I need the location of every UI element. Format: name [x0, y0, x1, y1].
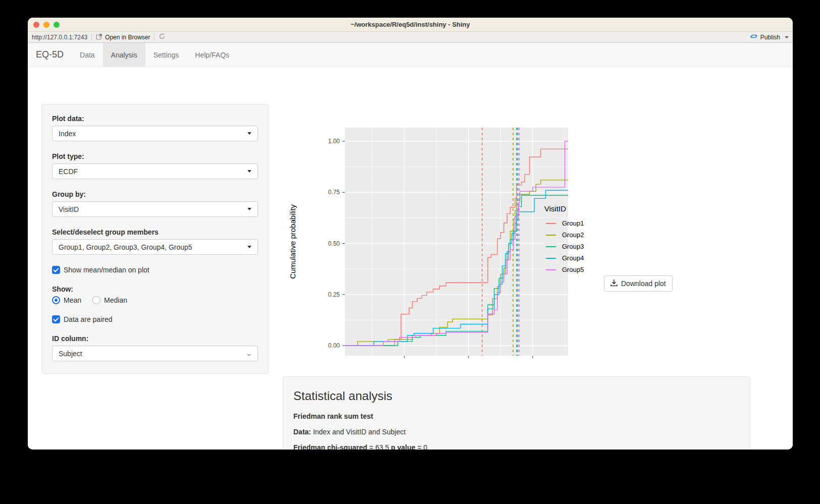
- checkbox-checked-icon: [52, 266, 60, 274]
- statistical-analysis-panel: Statistical analysis Friedman rank sum t…: [283, 376, 750, 450]
- tab-help-faqs[interactable]: Help/FAQs: [187, 43, 237, 67]
- toolbar-divider: [91, 34, 92, 41]
- open-in-browser-icon: [96, 33, 102, 41]
- radio-median[interactable]: Median: [92, 296, 127, 304]
- group-by-select[interactable]: VisitID: [52, 201, 258, 217]
- refresh-icon[interactable]: [159, 33, 166, 41]
- id-column-select[interactable]: Subject ⌄: [52, 346, 258, 361]
- radio-unselected-icon: [92, 296, 100, 304]
- group-members-select[interactable]: Group1, Group2, Group3, Group4, Group5: [52, 239, 258, 255]
- dropdown-caret-icon: [247, 132, 251, 135]
- legend-key-swatch: [544, 230, 557, 240]
- svg-text:0.50: 0.50: [328, 240, 340, 247]
- download-icon: [610, 279, 618, 288]
- publish-icon: [750, 33, 758, 41]
- legend-item-group1: Group1: [544, 218, 584, 229]
- plot-type-select[interactable]: ECDF: [52, 163, 258, 179]
- url-text: http://127.0.0.1:7243: [32, 34, 87, 41]
- plot-data-label: Plot data:: [52, 115, 258, 123]
- download-plot-button[interactable]: Download plot: [604, 275, 673, 292]
- publish-menu-caret-icon: [785, 36, 789, 38]
- dropdown-caret-icon: [247, 170, 251, 173]
- select-chevron-icon: ⌄: [245, 350, 252, 357]
- radio-mean[interactable]: Mean: [52, 296, 81, 304]
- toolbar-divider: [154, 34, 155, 41]
- page-content: Plot data: Index Plot type: ECDF Group b…: [28, 67, 793, 450]
- open-in-browser-button[interactable]: Open in Browser: [96, 33, 150, 41]
- app-navbar: EQ-5D DataAnalysisSettingsHelp/FAQs: [28, 43, 793, 67]
- window-title: ~/workspace/R/eq5d/inst/shiny - Shiny: [28, 18, 793, 32]
- plot-type-label: Plot type:: [52, 152, 258, 160]
- sidebar-panel: Plot data: Index Plot type: ECDF Group b…: [41, 104, 269, 374]
- svg-text:0.75: 0.75: [328, 189, 340, 196]
- legend-label: Group4: [562, 254, 584, 262]
- legend-item-group4: Group4: [544, 253, 584, 263]
- id-column-label: ID column:: [52, 334, 258, 343]
- checkbox-checked-icon: [52, 315, 60, 323]
- publish-button[interactable]: Publish: [750, 33, 789, 41]
- show-radio-group: Mean Median: [52, 296, 258, 304]
- legend-key-swatch: [544, 241, 557, 252]
- legend-key-swatch: [544, 218, 557, 229]
- group-members-label: Select/deselect group members: [52, 228, 258, 236]
- radio-selected-icon: [52, 296, 60, 304]
- legend-item-group5: Group5: [544, 264, 584, 275]
- tab-data[interactable]: Data: [72, 43, 103, 67]
- plot-legend: VisitID Group1Group2Group3Group4Group5: [544, 204, 584, 276]
- svg-text:Cumulative probability: Cumulative probability: [288, 204, 297, 279]
- dropdown-caret-icon: [247, 208, 251, 210]
- app-brand: EQ-5D: [28, 43, 72, 67]
- legend-item-group2: Group2: [544, 230, 584, 240]
- tab-settings[interactable]: Settings: [145, 43, 187, 67]
- app-window: ~/workspace/R/eq5d/inst/shiny - Shiny ht…: [28, 18, 793, 450]
- show-mean-median-checkbox[interactable]: Show mean/median on plot: [52, 266, 258, 274]
- tab-analysis[interactable]: Analysis: [103, 43, 145, 67]
- group-by-label: Group by:: [52, 190, 258, 198]
- legend-label: Group2: [562, 231, 584, 239]
- data-line: Data: Index and VisitID and Subject: [293, 428, 740, 436]
- svg-text:1.00: 1.00: [328, 138, 340, 145]
- result-line: Friedman chi-squared = 63.5 p value = 0: [293, 443, 740, 450]
- title-bar: ~/workspace/R/eq5d/inst/shiny - Shiny: [28, 18, 793, 32]
- legend-label: Group1: [562, 219, 584, 227]
- svg-text:0.00: 0.00: [328, 342, 340, 349]
- viewer-toolbar: http://127.0.0.1:7243 Open in Browser Pu…: [28, 32, 793, 43]
- legend-label: Group5: [562, 266, 584, 273]
- nav-tabs: DataAnalysisSettingsHelp/FAQs: [72, 43, 237, 67]
- legend-key-swatch: [544, 253, 557, 263]
- show-label: Show:: [52, 285, 258, 293]
- test-name: Friedman rank sum test: [293, 412, 740, 420]
- dropdown-caret-icon: [247, 246, 251, 248]
- data-paired-checkbox[interactable]: Data are paired: [52, 315, 258, 323]
- legend-item-group3: Group3: [544, 241, 584, 252]
- legend-title: VisitID: [544, 204, 584, 213]
- legend-keys: Group1Group2Group3Group4Group5: [544, 218, 584, 275]
- svg-text:0.25: 0.25: [328, 291, 340, 298]
- legend-label: Group3: [562, 243, 584, 250]
- legend-key-swatch: [544, 264, 557, 275]
- stats-heading: Statistical analysis: [293, 389, 740, 403]
- plot-data-select[interactable]: Index: [52, 126, 258, 141]
